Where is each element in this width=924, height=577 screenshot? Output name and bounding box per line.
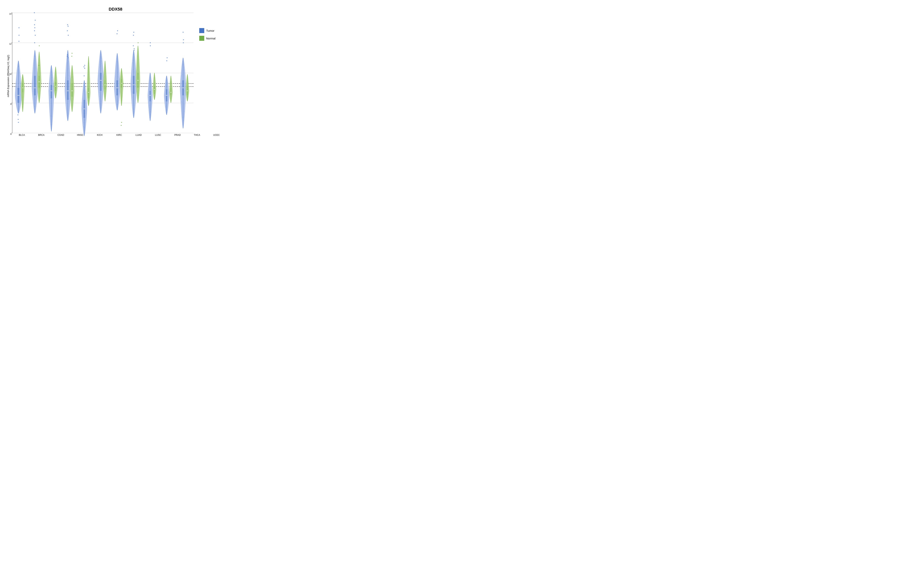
svg-point-265 [71,56,73,57]
svg-rect-775 [186,92,187,93]
svg-rect-594 [150,91,150,91]
svg-rect-494 [121,88,121,88]
svg-rect-68 [23,104,24,104]
svg-rect-647 [154,93,155,93]
svg-rect-109 [34,77,34,78]
svg-rect-620 [154,86,155,94]
svg-rect-287 [71,95,71,95]
svg-rect-145 [39,60,39,60]
svg-rect-488 [121,102,121,103]
svg-rect-608 [150,81,150,82]
svg-rect-469 [119,88,119,89]
svg-rect-556 [138,95,139,95]
svg-rect-506 [121,77,122,77]
svg-rect-674 [166,87,167,87]
svg-rect-535 [134,109,134,110]
svg-rect-310 [84,90,84,90]
svg-rect-708 [171,90,171,90]
svg-point-229 [68,57,68,58]
svg-rect-617 [150,80,150,81]
svg-rect-471 [118,93,118,94]
svg-rect-571 [138,51,138,52]
svg-rect-600 [149,107,149,107]
svg-rect-134 [39,98,39,99]
svg-rect-366 [89,104,89,104]
svg-rect-325 [85,119,86,119]
svg-rect-423 [106,87,106,87]
svg-rect-190 [55,95,55,95]
svg-rect-576 [136,77,137,77]
tumor-violin [98,50,104,113]
svg-rect-572 [138,48,138,48]
svg-rect-776 [187,85,187,85]
svg-point-119 [39,45,40,46]
svg-point-303 [84,76,85,76]
svg-point-81 [34,27,35,28]
svg-rect-286 [72,110,73,111]
svg-rect-365 [88,105,89,105]
svg-rect-522 [134,105,134,105]
svg-rect-444 [117,108,118,109]
svg-point-515 [134,48,134,49]
svg-rect-23 [19,82,20,82]
svg-rect-451 [118,95,118,96]
svg-point-657 [167,57,168,58]
legend-item: Tumor [199,28,226,33]
svg-rect-14 [18,66,19,66]
svg-rect-180 [52,81,52,81]
svg-rect-392 [99,97,100,97]
svg-rect-149 [40,74,40,74]
svg-rect-312 [83,106,83,107]
legend-item: Normal [199,36,226,41]
svg-rect-103 [34,103,34,103]
svg-rect-705 [170,98,171,99]
svg-rect-731 [183,64,183,64]
x-axis-label: HNSC [71,134,90,139]
svg-rect-505 [121,83,121,83]
svg-rect-176 [52,116,52,116]
normal-violin [120,68,123,126]
svg-rect-685 [165,96,165,97]
svg-rect-383 [101,68,102,69]
svg-rect-659 [168,82,168,83]
svg-rect-633 [155,85,156,85]
svg-rect-138 [38,86,38,87]
svg-rect-156 [50,95,50,95]
svg-rect-236 [68,61,68,62]
svg-rect-639 [155,87,155,87]
svg-rect-611 [150,100,150,100]
svg-rect-528 [133,54,134,55]
svg-rect-651 [155,87,155,88]
svg-rect-546 [133,69,133,70]
svg-rect-686 [166,91,166,92]
svg-rect-561 [138,102,138,103]
tumor-violin [148,42,153,121]
svg-rect-701 [171,98,171,99]
normal-violin [103,61,107,102]
svg-rect-12 [18,88,18,89]
svg-rect-697 [171,81,171,82]
svg-rect-253 [67,103,67,103]
svg-point-476 [121,122,122,123]
svg-rect-589 [150,81,150,81]
svg-rect-748 [183,65,183,66]
svg-rect-320 [83,91,84,92]
svg-point-514 [133,45,134,46]
svg-rect-167 [51,128,52,129]
tumor-violin [114,30,121,110]
tumor-violin [65,24,71,121]
svg-point-477 [121,125,122,126]
svg-rect-32 [18,61,19,61]
svg-rect-102 [33,89,33,89]
svg-rect-401 [101,111,101,112]
svg-rect-96 [34,56,35,56]
svg-rect-393 [101,54,101,55]
svg-point-551 [137,42,139,43]
svg-rect-209 [56,77,56,77]
violin-chart [12,13,194,133]
svg-rect-518 [133,60,134,60]
svg-rect-623 [155,79,155,79]
svg-rect-317 [83,122,84,123]
svg-rect-595 [148,97,149,98]
svg-rect-367 [89,93,89,93]
